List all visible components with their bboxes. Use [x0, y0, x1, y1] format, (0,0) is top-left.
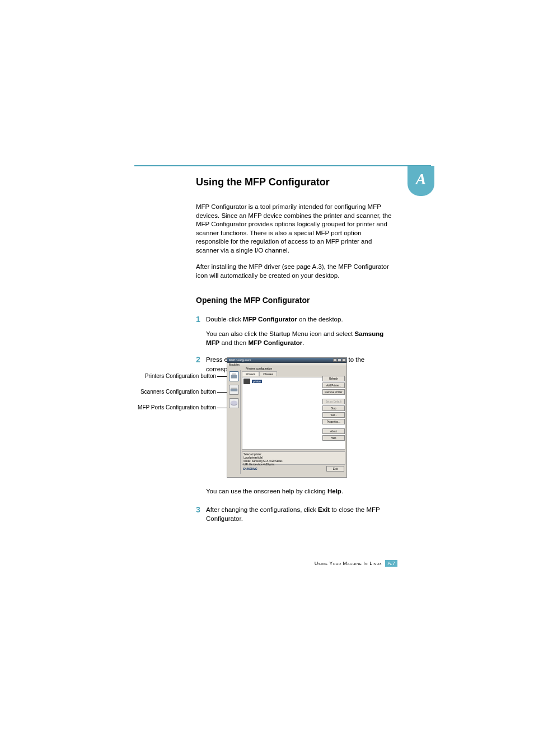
port-icon	[229, 399, 238, 408]
page-footer: Using Your Machine In Linux A.7	[196, 560, 397, 567]
step3-b: Exit	[318, 506, 330, 513]
add-printer-button[interactable]: Add Printer...	[322, 382, 345, 388]
step1-text-a: Double-click	[206, 316, 243, 323]
close-icon[interactable]: ×	[342, 358, 346, 362]
step1sub-c: and then	[219, 339, 248, 346]
stop-button[interactable]: Stop	[322, 405, 345, 411]
step-1-sub: You can also click the Startup Menu icon…	[206, 329, 392, 347]
page-title: Using the MFP Configurator	[196, 176, 392, 188]
callout-scanners: Scanners Configuration button	[112, 389, 216, 395]
minimize-icon[interactable]: –	[333, 358, 337, 362]
footer-chapter: Using Your Machine In Linux	[315, 561, 382, 566]
remove-printer-button[interactable]: Remove Printer	[322, 389, 345, 395]
svg-rect-3	[231, 388, 237, 389]
step1sub-a: You can also click the Startup Menu icon…	[206, 330, 355, 337]
step1-bold: MFP Configurator	[243, 316, 297, 323]
step1sub-e: .	[302, 339, 304, 346]
step1-text-c: on the desktop.	[297, 316, 343, 323]
properties-button[interactable]: Properties...	[322, 419, 345, 424]
printer-icon	[229, 372, 238, 381]
section-rule	[134, 165, 431, 166]
after1-b: Help	[327, 488, 341, 494]
intro-paragraph-2: After installing the MFP driver (see pag…	[196, 263, 392, 280]
intro-paragraph-1: MFP Configurator is a tool primarily int…	[196, 203, 392, 255]
appendix-badge: A	[407, 166, 434, 196]
step1sub-d: MFP Configurator	[248, 339, 302, 346]
window-titlebar[interactable]: MFP Configurator – □ ×	[227, 358, 346, 363]
modules-sidebar	[227, 370, 241, 474]
step3-a: After changing the configurations, click	[206, 506, 318, 513]
selected-printer-info: Selected printer: Local printer(idle) Mo…	[242, 451, 345, 465]
help-button[interactable]: Help	[322, 435, 345, 441]
svg-rect-1	[232, 374, 236, 375]
svg-point-5	[230, 401, 237, 405]
callout-printers: Printers Configuration button	[114, 373, 216, 379]
svg-rect-2	[230, 389, 237, 391]
after-figure-text: You can use the onscreen help by clickin…	[206, 487, 392, 496]
mfp-configurator-window: MFP Configurator – □ × Modules Printers …	[227, 357, 347, 478]
printer-item-name: printer	[252, 380, 262, 383]
step-number-3: 3	[196, 505, 206, 523]
panel-title: Printers configuration	[227, 366, 346, 370]
step-number-1: 1	[196, 315, 206, 324]
tab-printers[interactable]: Printers	[242, 371, 259, 376]
after1-c: .	[341, 488, 343, 494]
after1-a: You can use the onscreen help by clickin…	[206, 488, 327, 494]
svg-rect-0	[231, 375, 237, 378]
refresh-button[interactable]: Refresh	[322, 376, 345, 381]
window-title: MFP Configurator	[229, 358, 251, 362]
printer-item-icon	[243, 379, 250, 384]
tab-classes[interactable]: Classes	[259, 371, 277, 376]
main-content: Using the MFP Configurator MFP Configura…	[196, 176, 392, 379]
set-default-button[interactable]: Set as Default	[322, 399, 345, 404]
step-number-2: 2	[196, 355, 206, 373]
page-number: A.7	[385, 560, 397, 567]
scanners-config-button[interactable]	[229, 385, 239, 395]
step-1: 1 Double-click MFP Configurator on the d…	[196, 315, 392, 324]
ports-config-button[interactable]	[229, 398, 239, 408]
maximize-icon[interactable]: □	[338, 358, 341, 362]
callout-ports: MFP Ports Configuration button	[110, 404, 216, 410]
printers-config-button[interactable]	[229, 371, 239, 381]
exit-button[interactable]: Exit	[326, 466, 344, 472]
about-button[interactable]: About	[322, 428, 345, 434]
section-heading: Opening the MFP Configurator	[196, 296, 392, 305]
samsung-logo: SAMSUNG	[243, 467, 257, 470]
step-3: 3 After changing the configurations, cli…	[196, 505, 392, 523]
test-button[interactable]: Test...	[322, 412, 345, 418]
scanner-icon	[229, 385, 238, 394]
